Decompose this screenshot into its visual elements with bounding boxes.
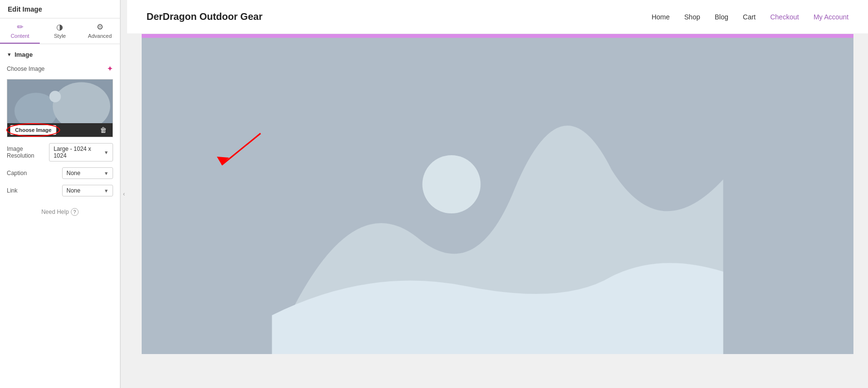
section-title: Image: [15, 51, 33, 58]
nav-links: Home Shop Blog Cart Checkout My Account: [652, 13, 849, 21]
panel-content: ▼ Image Choose Image ✦ Cho: [0, 44, 120, 388]
choose-image-button-label: Choose Image: [15, 127, 51, 133]
nav-blog[interactable]: Blog: [715, 13, 728, 21]
caption-select[interactable]: None ▼: [62, 167, 113, 179]
tab-content-label: Content: [11, 33, 30, 39]
section-header: ▼ Image: [7, 51, 113, 58]
nav-cart[interactable]: Cart: [743, 13, 755, 21]
choose-image-button[interactable]: Choose Image: [10, 125, 56, 135]
panel-title: Edit Image: [0, 0, 120, 18]
link-label: Link: [7, 187, 41, 194]
image-resolution-value: Large - 1024 x 1024: [53, 146, 102, 159]
image-preview-container: Choose Image 🗑: [7, 79, 113, 137]
image-preview-bg: [7, 80, 113, 123]
tab-advanced[interactable]: ⚙ Advanced: [80, 18, 120, 44]
tab-content[interactable]: ✏ Content: [0, 18, 40, 44]
image-resolution-row: Image Resolution Large - 1024 x 1024 ▼: [7, 143, 113, 162]
preview-placeholder-svg: [7, 80, 113, 123]
caption-value: None: [66, 170, 81, 177]
collapse-chevron-icon: ‹: [123, 191, 125, 197]
content-icon: ✏: [17, 22, 23, 32]
main-image-placeholder: [142, 34, 853, 354]
choose-image-label: Choose Image: [7, 65, 45, 72]
nav-my-account[interactable]: My Account: [814, 13, 849, 21]
svg-point-3: [49, 91, 61, 102]
left-panel: Edit Image ✏ Content ◑ Style ⚙ Advanced …: [0, 0, 120, 388]
section-arrow: ▼: [7, 52, 12, 57]
delete-image-button[interactable]: 🗑: [97, 125, 110, 135]
tab-style-label: Style: [54, 33, 66, 39]
preview-image-block: [142, 34, 853, 354]
tabs-row: ✏ Content ◑ Style ⚙ Advanced: [0, 18, 120, 44]
caption-row: Caption None ▼: [7, 167, 113, 179]
preview-canvas: [127, 34, 868, 388]
collapse-handle[interactable]: ‹: [120, 0, 127, 388]
image-resolution-select[interactable]: Large - 1024 x 1024 ▼: [49, 143, 113, 162]
pink-top-bar: [142, 34, 853, 38]
site-nav: DerDragon Outdoor Gear Home Shop Blog Ca…: [127, 0, 868, 34]
nav-checkout[interactable]: Checkout: [770, 13, 799, 21]
nav-home[interactable]: Home: [652, 13, 670, 21]
need-help-text: Need Help: [41, 209, 69, 215]
tab-advanced-label: Advanced: [88, 33, 112, 39]
need-help-row[interactable]: Need Help ?: [7, 208, 113, 216]
caption-dropdown-icon: ▼: [104, 171, 109, 176]
style-icon: ◑: [56, 22, 63, 32]
caption-label: Caption: [7, 170, 41, 177]
nav-shop[interactable]: Shop: [684, 13, 700, 21]
site-title: DerDragon Outdoor Gear: [147, 11, 652, 22]
help-icon: ?: [71, 208, 79, 216]
link-row: Link None ▼: [7, 185, 113, 196]
link-dropdown-icon: ▼: [104, 188, 109, 194]
svg-point-5: [423, 155, 481, 213]
tab-style[interactable]: ◑ Style: [40, 18, 80, 44]
image-resolution-label: Image Resolution: [7, 146, 49, 159]
advanced-icon: ⚙: [97, 22, 103, 32]
right-area: DerDragon Outdoor Gear Home Shop Blog Ca…: [127, 0, 868, 388]
image-preview-toolbar: Choose Image 🗑: [7, 123, 113, 137]
panel-title-text: Edit Image: [8, 5, 42, 13]
link-select[interactable]: None ▼: [62, 185, 113, 196]
add-image-icon[interactable]: ✦: [107, 64, 113, 73]
link-value: None: [66, 187, 81, 194]
choose-image-row: Choose Image ✦: [7, 64, 113, 73]
resolution-dropdown-icon: ▼: [104, 150, 109, 155]
